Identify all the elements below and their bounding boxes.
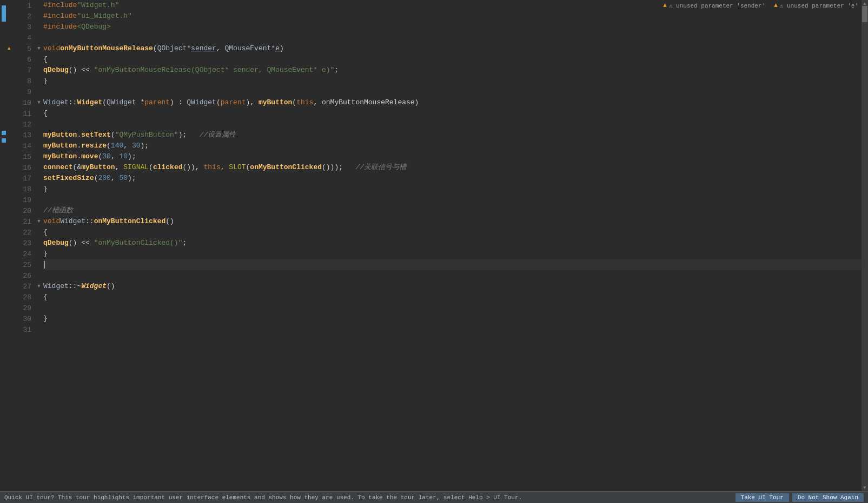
left-sidebar <box>0 0 8 491</box>
code-line-28[interactable]: { <box>43 292 862 303</box>
line-number-26: 26 <box>8 270 35 281</box>
code-line-8[interactable]: } <box>43 76 862 86</box>
fold-arrow-7 <box>35 65 43 76</box>
line-number-8: 8 <box>8 76 35 86</box>
fold-column[interactable]: ▼▼▼▼ <box>35 0 43 491</box>
code-line-14[interactable]: myButton.resize(140, 30); <box>43 140 862 151</box>
line-number-12: 12 <box>8 119 35 130</box>
scroll-down-btn[interactable]: ▼ <box>864 485 866 490</box>
scrollbar[interactable]: ▲ ▼ <box>862 0 868 491</box>
code-line-15[interactable]: myButton.move(30, 10); <box>43 151 862 162</box>
fold-arrow-21[interactable]: ▼ <box>35 216 43 227</box>
line-number-13: 13 <box>8 130 35 140</box>
warn-text-1: ⚠ unused parameter 'sender' <box>669 2 765 9</box>
fold-arrow-24 <box>35 249 43 259</box>
code-line-7[interactable]: qDebug() << "onMyButtonMouseRelease(QObj… <box>43 65 862 76</box>
fold-arrow-18 <box>35 184 43 195</box>
fold-arrow-17 <box>35 173 43 184</box>
fold-arrow-16 <box>35 162 43 173</box>
fold-arrow-8 <box>35 76 43 86</box>
fold-arrow-31 <box>35 324 43 335</box>
line-number-31: 31 <box>8 324 35 335</box>
fold-arrow-4 <box>35 32 43 43</box>
warn-icon-1: ▲ <box>663 2 667 9</box>
line-number-7: 7 <box>8 65 35 76</box>
sidebar-icon-top <box>2 5 6 22</box>
code-line-18[interactable]: } <box>43 184 862 195</box>
scroll-track[interactable] <box>862 6 868 485</box>
fold-arrow-5[interactable]: ▼ <box>35 43 43 54</box>
fold-arrow-3 <box>35 22 43 32</box>
code-line-29[interactable] <box>43 303 862 313</box>
sidebar-icon-mid <box>2 131 6 135</box>
code-line-25[interactable] <box>43 259 862 270</box>
line-number-1: 1 <box>8 0 35 11</box>
fold-arrow-29 <box>35 303 43 313</box>
line-number-5: ▲5 <box>8 43 35 54</box>
scroll-thumb[interactable] <box>862 6 867 22</box>
code-line-17[interactable]: setFixedSize(200, 50); <box>43 173 862 184</box>
code-line-24[interactable]: } <box>43 249 862 259</box>
tour-text: Quick UI tour? This tour highlights impo… <box>4 494 729 501</box>
fold-arrow-20 <box>35 205 43 216</box>
code-line-5[interactable]: void onMyButtonMouseRelease(QObject* sen… <box>43 43 862 54</box>
not-show-again-button[interactable]: Do Not Show Again <box>792 493 864 502</box>
warning-triangle-5: ▲ <box>8 46 10 51</box>
code-line-10[interactable]: Widget::Widget(QWidget *parent) : QWidge… <box>43 97 862 108</box>
fold-arrow-23 <box>35 238 43 249</box>
code-line-20[interactable]: //槽函数 <box>43 205 862 216</box>
fold-arrow-11 <box>35 108 43 119</box>
fold-arrow-27[interactable]: ▼ <box>35 281 43 292</box>
fold-arrow-2 <box>35 11 43 22</box>
code-line-23[interactable]: qDebug() << "onMyButtonClicked()"; <box>43 238 862 249</box>
warning-overlay: ▲ ⚠ unused parameter 'sender' ▲ ⚠ unused… <box>660 0 862 11</box>
code-line-3[interactable]: #include <QDebug> <box>43 22 862 32</box>
code-line-27[interactable]: Widget::~Widget() <box>43 281 862 292</box>
fold-arrow-13 <box>35 130 43 140</box>
line-number-23: 23 <box>8 238 35 249</box>
code-line-31[interactable] <box>43 324 862 335</box>
line-number-15: 15 <box>8 151 35 162</box>
code-line-9[interactable] <box>43 86 862 97</box>
code-line-2[interactable]: #include "ui_Widget.h" <box>43 11 862 22</box>
take-ui-tour-button[interactable]: Take UI Tour <box>736 493 789 502</box>
fold-arrow-1 <box>35 0 43 11</box>
fold-arrow-12 <box>35 119 43 130</box>
code-line-19[interactable] <box>43 195 862 205</box>
editor-body: 1234▲56789101112131415161718192021222324… <box>8 0 862 491</box>
line-number-3: 3 <box>8 22 35 32</box>
line-number-11: 11 <box>8 108 35 119</box>
code-line-16[interactable]: connect(&myButton, SIGNAL(clicked()), th… <box>43 162 862 173</box>
code-line-13[interactable]: myButton.setText("QMyPushButton"); //设置属… <box>43 130 862 140</box>
fold-arrow-15 <box>35 151 43 162</box>
line-number-22: 22 <box>8 227 35 238</box>
code-line-22[interactable]: { <box>43 227 862 238</box>
code-line-30[interactable]: } <box>43 313 862 324</box>
code-line-11[interactable]: { <box>43 108 862 119</box>
code-line-12[interactable] <box>43 119 862 130</box>
line-number-27: 27 <box>8 281 35 292</box>
code-column[interactable]: #include "Widget.h"#include "ui_Widget.h… <box>43 0 862 491</box>
line-number-10: 10 <box>8 97 35 108</box>
warn-text-2: ⚠ unused parameter 'e' <box>780 2 858 9</box>
line-number-24: 24 <box>8 249 35 259</box>
line-number-9: 9 <box>8 86 35 97</box>
code-line-26[interactable] <box>43 270 862 281</box>
line-number-20: 20 <box>8 205 35 216</box>
status-bar: Quick UI tour? This tour highlights impo… <box>0 491 868 503</box>
code-line-21[interactable]: void Widget::onMyButtonClicked() <box>43 216 862 227</box>
line-numbers-gutter: 1234▲56789101112131415161718192021222324… <box>8 0 35 491</box>
line-number-29: 29 <box>8 303 35 313</box>
fold-arrow-6 <box>35 54 43 65</box>
line-number-2: 2 <box>8 11 35 22</box>
code-line-4[interactable] <box>43 32 862 43</box>
sidebar-icon-bot <box>2 138 6 143</box>
line-number-25: 25 <box>8 259 35 270</box>
scroll-up-btn[interactable]: ▲ <box>864 1 866 6</box>
line-number-17: 17 <box>8 173 35 184</box>
code-line-6[interactable]: { <box>43 54 862 65</box>
fold-arrow-30 <box>35 313 43 324</box>
fold-arrow-10[interactable]: ▼ <box>35 97 43 108</box>
line-number-30: 30 <box>8 313 35 324</box>
fold-arrow-25 <box>35 259 43 270</box>
